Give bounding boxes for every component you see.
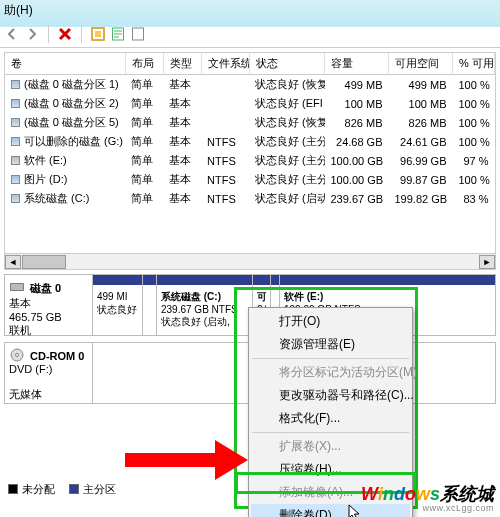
volume-table: 卷 布局 类型 文件系统 状态 容量 可用空间 % 可用 (磁盘 0 磁盘分区 …: [5, 53, 495, 208]
menu-help[interactable]: 助(H): [4, 3, 33, 17]
partition[interactable]: 系统磁盘 (C:)239.67 GB NTFS状态良好 (启动,: [157, 275, 253, 335]
col-type[interactable]: 类型: [163, 53, 201, 75]
svg-rect-1: [95, 31, 101, 37]
cdrom-title: CD-ROM 0: [30, 350, 84, 362]
partition[interactable]: [143, 275, 157, 335]
scroll-right-icon[interactable]: ►: [479, 255, 495, 269]
ctx-explorer[interactable]: 资源管理器(E): [251, 333, 410, 356]
delete-icon[interactable]: [57, 26, 73, 42]
volume-icon: [11, 80, 20, 89]
table-row[interactable]: (磁盘 0 磁盘分区 5)简单基本状态良好 (恢复分区)826 MB826 MB…: [5, 113, 495, 132]
toolbar: [0, 20, 500, 48]
refresh-icon[interactable]: [90, 26, 106, 42]
horizontal-scrollbar[interactable]: ◄ ►: [5, 253, 495, 269]
volume-icon: [11, 137, 20, 146]
cdrom-icon: [9, 347, 25, 363]
forward-icon[interactable]: [24, 26, 40, 42]
col-capacity[interactable]: 容量: [325, 53, 389, 75]
col-free[interactable]: 可用空间: [389, 53, 453, 75]
svg-rect-5: [11, 284, 23, 290]
table-row[interactable]: (磁盘 0 磁盘分区 2)简单基本状态良好 (EFI 系统分区)100 MB10…: [5, 94, 495, 113]
volume-icon: [11, 156, 20, 165]
ctx-change-letter[interactable]: 更改驱动器号和路径(C)...: [251, 384, 410, 407]
ctx-format[interactable]: 格式化(F)...: [251, 407, 410, 430]
ctx-delete-volume[interactable]: 删除卷(D)...: [251, 504, 410, 517]
disk-header-0[interactable]: 磁盘 0 基本 465.75 GB 联机: [5, 275, 93, 335]
ctx-shrink[interactable]: 压缩卷(H)...: [251, 458, 410, 481]
scroll-thumb[interactable]: [22, 255, 66, 269]
ctx-add-mirror: 添加镜像(A)...: [251, 481, 410, 504]
legend-unallocated: 未分配: [22, 483, 55, 495]
disk-header-cdrom[interactable]: CD-ROM 0 DVD (F:) 无媒体: [5, 343, 93, 403]
disk-title: 磁盘 0: [30, 282, 61, 294]
svg-point-7: [16, 354, 19, 357]
partition[interactable]: 499 MI状态良好: [93, 275, 143, 335]
col-volume[interactable]: 卷: [5, 53, 125, 75]
col-filesystem[interactable]: 文件系统: [201, 53, 249, 75]
table-row[interactable]: 软件 (E:)简单基本NTFS状态良好 (主分区)100.00 GB96.99 …: [5, 151, 495, 170]
ctx-mark-active: 将分区标记为活动分区(M): [251, 361, 410, 384]
scroll-left-icon[interactable]: ◄: [5, 255, 21, 269]
ctx-open[interactable]: 打开(O): [251, 310, 410, 333]
table-row[interactable]: 可以删除的磁盘 (G:)简单基本NTFS状态良好 (主分区)24.68 GB24…: [5, 132, 495, 151]
svg-rect-3: [133, 28, 144, 40]
table-row[interactable]: 图片 (D:)简单基本NTFS状态良好 (主分区)100.00 GB99.87 …: [5, 170, 495, 189]
menu-bar[interactable]: 助(H): [0, 0, 500, 20]
back-icon[interactable]: [4, 26, 20, 42]
table-row[interactable]: (磁盘 0 磁盘分区 1)简单基本状态良好 (恢复分区)499 MB499 MB…: [5, 75, 495, 95]
disk-icon: [9, 279, 25, 295]
table-row[interactable]: 系统磁盘 (C:)简单基本NTFS状态良好 (启动, 页面文件, 故障转储, 主…: [5, 189, 495, 208]
volume-icon: [11, 175, 20, 184]
col-percent[interactable]: % 可用: [453, 53, 495, 75]
col-status[interactable]: 状态: [249, 53, 325, 75]
volume-icon: [11, 118, 20, 127]
ctx-extend: 扩展卷(X)...: [251, 435, 410, 458]
col-layout[interactable]: 布局: [125, 53, 163, 75]
legend-primary: 主分区: [83, 483, 116, 495]
properties-icon[interactable]: [110, 26, 126, 42]
volume-icon: [11, 194, 20, 203]
volume-icon: [11, 99, 20, 108]
help-icon[interactable]: [130, 26, 146, 42]
context-menu: 打开(O) 资源管理器(E) 将分区标记为活动分区(M) 更改驱动器号和路径(C…: [248, 307, 413, 517]
